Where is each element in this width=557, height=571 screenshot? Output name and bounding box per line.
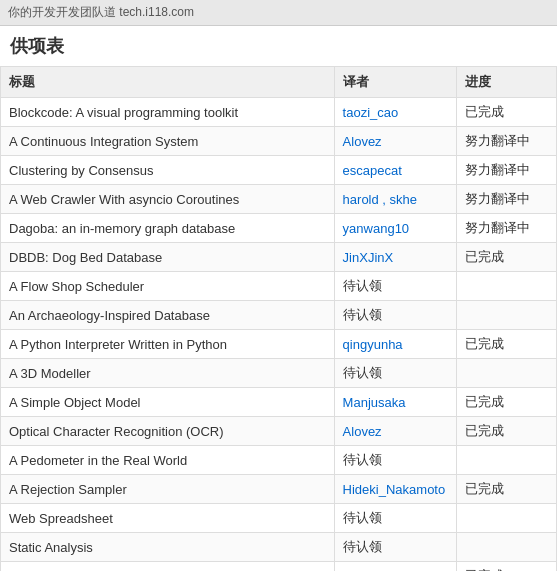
cell-progress: 已完成 [456, 562, 556, 572]
cell-progress: 努力翻译中 [456, 127, 556, 156]
table-row: DBDB: Dog Bed DatabaseJinXJinX已完成 [1, 243, 557, 272]
watermark: 你的开发开发团队道 tech.i118.com [0, 0, 557, 26]
cell-translator: 待认领 [334, 359, 456, 388]
table-row: A Pedometer in the Real World待认领 [1, 446, 557, 475]
cell-translator[interactable]: escapecat [334, 156, 456, 185]
table-row: A Web Crawler With asyncio Coroutineshar… [1, 185, 557, 214]
cell-title: A Flow Shop Scheduler [1, 272, 335, 301]
table-header-row: 标题 译者 进度 [1, 67, 557, 98]
table-row: A 3D Modeller待认领 [1, 359, 557, 388]
cell-title: A Rejection Sampler [1, 475, 335, 504]
table-row: A Simple Object ModelManjusaka已完成 [1, 388, 557, 417]
table-row: Optical Character Recognition (OCR)Alove… [1, 417, 557, 446]
table-row: Blockcode: A visual programming toolkitt… [1, 98, 557, 127]
table-row: A Flow Shop Scheduler待认领 [1, 272, 557, 301]
cell-translator: 待认领 [334, 446, 456, 475]
table-row: An Archaeology-Inspired Database待认领 [1, 301, 557, 330]
cell-title: Blockcode: A visual programming toolkit [1, 98, 335, 127]
translator-link[interactable]: Manjusaka [343, 395, 406, 410]
cell-progress [456, 533, 556, 562]
cell-title: DBDB: Dog Bed Database [1, 243, 335, 272]
cell-progress: 已完成 [456, 330, 556, 359]
cell-progress: 已完成 [456, 388, 556, 417]
translator-link[interactable]: escapecat [343, 163, 402, 178]
projects-table: 标题 译者 进度 Blockcode: A visual programming… [0, 66, 557, 571]
cell-translator[interactable]: Manjusaka [334, 388, 456, 417]
cell-progress: 已完成 [456, 243, 556, 272]
cell-progress: 已完成 [456, 417, 556, 446]
cell-title: A 3D Modeller [1, 359, 335, 388]
cell-translator: 待认领 [334, 504, 456, 533]
table-row: Static Analysis待认领 [1, 533, 557, 562]
cell-progress: 已完成 [456, 475, 556, 504]
translator-link[interactable]: Alovez [343, 424, 382, 439]
cell-progress [456, 504, 556, 533]
header-progress: 进度 [456, 67, 556, 98]
cell-title: Static Analysis [1, 533, 335, 562]
cell-progress: 努力翻译中 [456, 214, 556, 243]
cell-progress: 努力翻译中 [456, 156, 556, 185]
table-row: A Continuous Integration SystemAlovez努力翻… [1, 127, 557, 156]
cell-translator[interactable]: JinXJinX [334, 243, 456, 272]
header-title: 标题 [1, 67, 335, 98]
page-title: 供项表 [0, 26, 557, 62]
cell-translator[interactable]: Alovez [334, 127, 456, 156]
cell-title: Optical Character Recognition (OCR) [1, 417, 335, 446]
translator-link[interactable]: yanwang10 [343, 221, 410, 236]
cell-title: A Continuous Integration System [1, 127, 335, 156]
cell-title: A Pedometer in the Real World [1, 446, 335, 475]
cell-translator: 待认领 [334, 533, 456, 562]
cell-translator[interactable]: qingyunha [334, 330, 456, 359]
cell-title: A Simple Object Model [1, 388, 335, 417]
cell-title: A Web Crawler With asyncio Coroutines [1, 185, 335, 214]
translator-link[interactable]: qingyunha [343, 337, 403, 352]
header-translator: 译者 [334, 67, 456, 98]
cell-translator[interactable]: Hideki_Nakamoto [334, 475, 456, 504]
cell-title: A Python Interpreter Written in Python [1, 330, 335, 359]
table-row: Web Spreadsheet待认领 [1, 504, 557, 533]
cell-progress [456, 446, 556, 475]
table-row: Clustering by Consensusescapecat努力翻译中 [1, 156, 557, 185]
cell-translator[interactable]: harold , skhe [334, 185, 456, 214]
translator-link[interactable]: Hideki_Nakamoto [343, 482, 446, 497]
cell-translator[interactable]: taozi_cao [334, 98, 456, 127]
cell-translator[interactable]: treelake [334, 562, 456, 572]
cell-translator: 待认领 [334, 272, 456, 301]
cell-title: Clustering by Consensus [1, 156, 335, 185]
translator-link[interactable]: taozi_cao [343, 105, 399, 120]
cell-progress [456, 272, 556, 301]
translator-link[interactable]: JinXJinX [343, 250, 394, 265]
cell-progress: 努力翻译中 [456, 185, 556, 214]
cell-title: Web Spreadsheet [1, 504, 335, 533]
cell-progress [456, 301, 556, 330]
cell-translator[interactable]: yanwang10 [334, 214, 456, 243]
table-row: A Python Interpreter Written in Pythonqi… [1, 330, 557, 359]
table-row: A Rejection SamplerHideki_Nakamoto已完成 [1, 475, 557, 504]
cell-title: A Template Engine [1, 562, 335, 572]
cell-progress: 已完成 [456, 98, 556, 127]
cell-translator[interactable]: Alovez [334, 417, 456, 446]
table-row: Dagoba: an in-memory graph databaseyanwa… [1, 214, 557, 243]
cell-translator: 待认领 [334, 301, 456, 330]
cell-title: Dagoba: an in-memory graph database [1, 214, 335, 243]
table-row: A Template Enginetreelake已完成 [1, 562, 557, 572]
translator-link[interactable]: Alovez [343, 134, 382, 149]
translator-link[interactable]: harold , skhe [343, 192, 417, 207]
cell-title: An Archaeology-Inspired Database [1, 301, 335, 330]
cell-progress [456, 359, 556, 388]
